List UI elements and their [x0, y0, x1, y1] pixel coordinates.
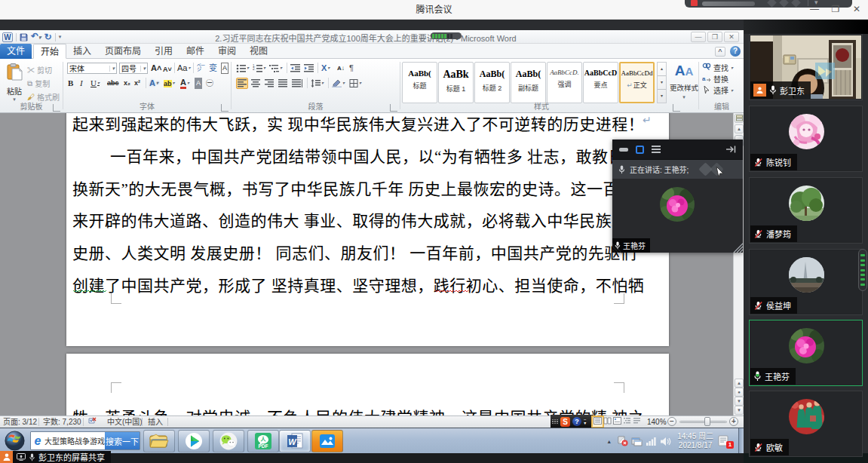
- enclose-characters-button[interactable]: ㊀: [206, 78, 213, 89]
- resize-handle[interactable]: [732, 242, 743, 253]
- style-chip-normal[interactable]: AaBbCcDd↵正文: [619, 62, 655, 103]
- italic-button[interactable]: I: [80, 78, 83, 89]
- sogou-ime-bar[interactable]: S ? −▾: [551, 415, 593, 428]
- taskbar-pdf-button[interactable]: PDF 人: [247, 430, 279, 452]
- distribute-button[interactable]: [292, 78, 302, 89]
- search-input[interactable]: 大型策略战争游戏: [44, 435, 105, 446]
- start-button[interactable]: [5, 431, 26, 452]
- meeting-minimize-button[interactable]: —: [808, 3, 821, 15]
- fullscreen-reading-view-button[interactable]: [603, 417, 612, 427]
- underline-button[interactable]: U▾: [90, 78, 100, 89]
- character-border-button[interactable]: A: [221, 63, 229, 74]
- document-page-2[interactable]: 牲、英勇斗争，对党忠诚、不负人民的伟大建党精神，这是中国共产党的精 神之: [66, 354, 669, 415]
- participant-tile[interactable]: 欧敏: [749, 391, 863, 457]
- shading-button[interactable]: ▾: [332, 78, 345, 89]
- meeting-restore-button[interactable]: ❐: [829, 3, 842, 15]
- subscript-button[interactable]: x₂: [124, 78, 130, 89]
- paragraph-dialog-launcher[interactable]: [390, 104, 397, 112]
- zoom-in-button[interactable]: +: [729, 417, 738, 426]
- participant-tile[interactable]: 彭卫东: [749, 34, 863, 100]
- cut-button[interactable]: ✂ 剪切: [27, 63, 62, 76]
- style-chip-strong[interactable]: AaBbCcD要点: [583, 62, 618, 103]
- tab-view[interactable]: 视图: [243, 44, 275, 59]
- borders-button[interactable]: ▾: [349, 78, 361, 89]
- change-styles-button[interactable]: AA 更改样式 ▾: [669, 60, 699, 104]
- redo-button[interactable]: ↻: [44, 32, 52, 42]
- align-center-button[interactable]: [251, 78, 260, 89]
- font-color-button[interactable]: A▾: [180, 78, 189, 89]
- phonetic-guide-button[interactable]: ㌻: [197, 63, 205, 74]
- web-layout-view-button[interactable]: [612, 417, 622, 427]
- browser-icon[interactable]: e: [31, 432, 44, 449]
- word-restore-button[interactable]: ❐: [707, 32, 722, 42]
- character-shading-button[interactable]: A: [195, 78, 202, 89]
- scroll-down-arrow[interactable]: ▼: [735, 406, 744, 415]
- line-spacing-button[interactable]: ▾: [311, 78, 324, 89]
- meeting-close-button[interactable]: ✕: [850, 3, 863, 15]
- volume-icon[interactable]: [660, 437, 671, 446]
- zoom-slider-track[interactable]: [679, 421, 727, 423]
- network-signal-icon[interactable]: [646, 437, 657, 446]
- print-layout-view-button[interactable]: [593, 417, 603, 427]
- tab-references[interactable]: 引用: [148, 44, 179, 59]
- qat-customize-button[interactable]: ▾: [59, 34, 62, 40]
- superscript-button[interactable]: x²: [134, 78, 140, 89]
- increase-indent-button[interactable]: [304, 63, 314, 74]
- styles-dialog-launcher[interactable]: [673, 104, 680, 112]
- zoom-level[interactable]: 140%: [647, 416, 667, 428]
- browse-object-button[interactable]: ●: [735, 388, 744, 397]
- panel-layout-icon[interactable]: [636, 146, 644, 154]
- tab-review[interactable]: 审阅: [211, 44, 243, 59]
- scroll-up-arrow[interactable]: ▲: [735, 124, 744, 133]
- proofing-status-icon[interactable]: [88, 416, 97, 428]
- font-dialog-launcher[interactable]: [221, 104, 229, 112]
- zoom-out-button[interactable]: −: [667, 417, 676, 426]
- zoom-slider-knob[interactable]: [704, 417, 710, 426]
- numbering-button[interactable]: 1.2.▾: [253, 63, 265, 74]
- grow-font-button[interactable]: A˄: [151, 63, 161, 74]
- characters-button[interactable]: 变: [209, 63, 217, 74]
- member-list-icon[interactable]: [0, 451, 13, 463]
- styles-gallery-scroll[interactable]: ▴▾▾: [657, 62, 667, 103]
- tab-mailings[interactable]: 邮件: [179, 44, 211, 59]
- decrease-indent-button[interactable]: [290, 63, 300, 74]
- status-page-number[interactable]: 页面: 3/12: [3, 416, 37, 428]
- style-chip-title[interactable]: AaBb(标题: [402, 62, 437, 103]
- style-chip-heading2[interactable]: AaBb(标题 2: [474, 62, 510, 103]
- multilevel-list-button[interactable]: ▾: [269, 63, 282, 74]
- participant-tile[interactable]: 陈锐钊: [749, 106, 863, 172]
- panel-minimize-icon[interactable]: [619, 148, 628, 152]
- tray-expand-icon[interactable]: ▲: [606, 439, 612, 444]
- word-document-area[interactable]: 起来到强起来的伟大飞跃，实 现中华民族伟大复兴进入了不可逆转的历史进程！ ↵ 一…: [0, 113, 744, 415]
- participant-tile-speaking[interactable]: 王艳芬: [749, 320, 863, 386]
- next-page-button[interactable]: ▼: [735, 397, 744, 406]
- sidebar-scrollbar[interactable]: [858, 249, 867, 291]
- draft-view-button[interactable]: [632, 417, 642, 427]
- copy-button[interactable]: ⧉ 复制: [27, 77, 62, 90]
- word-close-button[interactable]: ✕: [724, 32, 739, 42]
- justify-button[interactable]: [278, 78, 287, 89]
- previous-page-button[interactable]: ▲: [735, 379, 744, 388]
- font-size-combo[interactable]: 四号▾: [119, 63, 148, 74]
- replace-button[interactable]: a 替换: [702, 73, 728, 84]
- undo-button[interactable]: ↶▾: [31, 32, 41, 42]
- taskbar-word-button[interactable]: W: [279, 430, 311, 452]
- change-case-button[interactable]: Aa▾: [177, 63, 190, 74]
- shrink-font-button[interactable]: A˅: [163, 64, 172, 75]
- align-left-button[interactable]: [236, 78, 248, 89]
- select-button[interactable]: 选择▾: [702, 84, 733, 95]
- action-center-icon[interactable]: [617, 436, 628, 446]
- bullets-button[interactable]: ▾: [236, 63, 249, 74]
- find-button[interactable]: 查找▾: [702, 62, 733, 72]
- taskbar-album-app-button[interactable]: [311, 430, 343, 452]
- align-right-button[interactable]: [265, 78, 274, 89]
- floating-video-panel[interactable]: 正在讲话: 王艳芬;: [612, 140, 743, 253]
- document-page-1[interactable]: 起来到强起来的伟大飞跃，实 现中华民族伟大复兴进入了不可逆转的历史进程！ ↵ 一…: [66, 113, 669, 346]
- status-insert-mode[interactable]: 插入: [148, 416, 163, 428]
- strikethrough-button[interactable]: abc: [107, 78, 119, 89]
- clipboard-dialog-launcher[interactable]: [53, 104, 60, 112]
- highlight-button[interactable]: ab▾: [164, 78, 175, 89]
- tab-home[interactable]: 开始: [33, 44, 66, 59]
- status-word-count[interactable]: 字数: 7,230: [43, 416, 81, 428]
- word-minimize-button[interactable]: —: [691, 32, 706, 42]
